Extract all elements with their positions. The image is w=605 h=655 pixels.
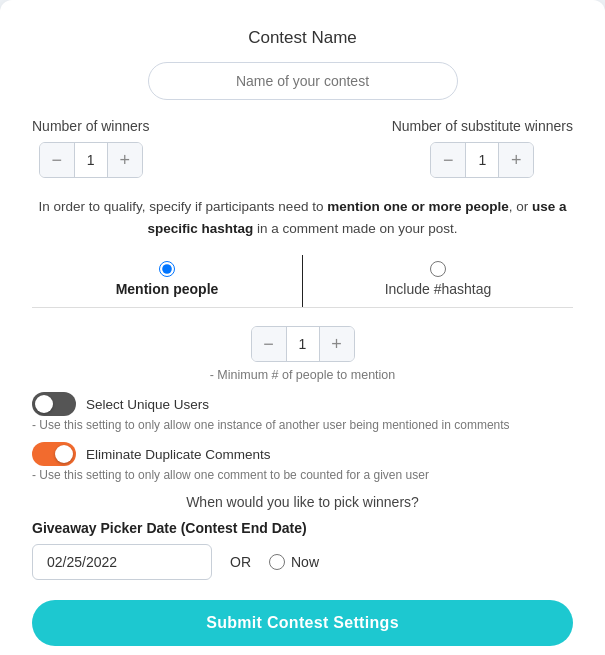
date-input[interactable] bbox=[32, 544, 212, 580]
select-unique-toggle[interactable] bbox=[32, 392, 76, 416]
select-unique-hint: - Use this setting to only allow one ins… bbox=[32, 418, 510, 432]
qualify-text: In order to qualify, specify if particip… bbox=[32, 196, 573, 239]
winners-value[interactable] bbox=[74, 143, 108, 177]
eliminate-duplicate-label-row: Eliminate Duplicate Comments bbox=[32, 442, 271, 466]
mention-minus-button[interactable]: − bbox=[252, 327, 286, 361]
winners-stepper: − + bbox=[39, 142, 143, 178]
winners-minus-button[interactable]: − bbox=[40, 143, 74, 177]
select-unique-track bbox=[32, 392, 76, 416]
qualify-part3: in a comment made on your post. bbox=[253, 221, 457, 236]
now-label: Now bbox=[291, 554, 319, 570]
substitute-winners-stepper: − + bbox=[430, 142, 534, 178]
winners-group: Number of winners − + bbox=[32, 118, 150, 178]
section-title: Contest Name bbox=[32, 28, 573, 48]
tab-mention-label: Mention people bbox=[116, 281, 219, 297]
eliminate-duplicate-track bbox=[32, 442, 76, 466]
substitute-plus-button[interactable]: + bbox=[499, 143, 533, 177]
submit-button[interactable]: Submit Contest Settings bbox=[32, 600, 573, 646]
substitute-winners-label: Number of substitute winners bbox=[392, 118, 573, 134]
qualify-part2: , or bbox=[509, 199, 532, 214]
substitute-minus-button[interactable]: − bbox=[431, 143, 465, 177]
or-text: OR bbox=[230, 554, 251, 570]
tab-mention[interactable]: Mention people bbox=[32, 255, 302, 307]
picker-label: Giveaway Picker Date (Contest End Date) bbox=[32, 520, 573, 536]
giveaway-picker-section: Giveaway Picker Date (Contest End Date) … bbox=[32, 520, 573, 580]
select-unique-thumb bbox=[35, 395, 53, 413]
winners-label: Number of winners bbox=[32, 118, 150, 134]
contest-form: Contest Name Number of winners − + Numbe… bbox=[0, 0, 605, 655]
eliminate-duplicate-toggle[interactable] bbox=[32, 442, 76, 466]
substitute-winners-group: Number of substitute winners − + bbox=[392, 118, 573, 178]
qualify-bold1: mention one or more people bbox=[327, 199, 509, 214]
select-unique-label-row: Select Unique Users bbox=[32, 392, 209, 416]
picker-row: OR Now bbox=[32, 544, 573, 580]
mention-stepper: − + bbox=[251, 326, 355, 362]
eliminate-duplicate-label: Eliminate Duplicate Comments bbox=[86, 447, 271, 462]
qualify-part1: In order to qualify, specify if particip… bbox=[39, 199, 328, 214]
mention-plus-button[interactable]: + bbox=[320, 327, 354, 361]
winners-plus-button[interactable]: + bbox=[108, 143, 142, 177]
tab-hashtag-radio[interactable] bbox=[430, 261, 446, 277]
substitute-winners-value[interactable] bbox=[465, 143, 499, 177]
mention-stepper-row: − + - Minimum # of people to mention bbox=[32, 326, 573, 382]
mention-hint: - Minimum # of people to mention bbox=[210, 368, 396, 382]
when-text: When would you like to pick winners? bbox=[32, 494, 573, 510]
eliminate-duplicate-row: Eliminate Duplicate Comments - Use this … bbox=[32, 442, 573, 482]
tab-hashtag[interactable]: Include #hashtag bbox=[303, 255, 573, 307]
eliminate-duplicate-thumb bbox=[55, 445, 73, 463]
qualify-tabs: Mention people Include #hashtag bbox=[32, 255, 573, 308]
tab-hashtag-label: Include #hashtag bbox=[385, 281, 492, 297]
select-unique-row: Select Unique Users - Use this setting t… bbox=[32, 392, 573, 432]
tab-mention-radio[interactable] bbox=[159, 261, 175, 277]
select-unique-label: Select Unique Users bbox=[86, 397, 209, 412]
winners-row: Number of winners − + Number of substitu… bbox=[32, 118, 573, 178]
now-radio[interactable] bbox=[269, 554, 285, 570]
mention-value[interactable] bbox=[286, 327, 320, 361]
eliminate-duplicate-hint: - Use this setting to only allow one com… bbox=[32, 468, 429, 482]
now-option[interactable]: Now bbox=[269, 554, 319, 570]
contest-name-input[interactable] bbox=[148, 62, 458, 100]
